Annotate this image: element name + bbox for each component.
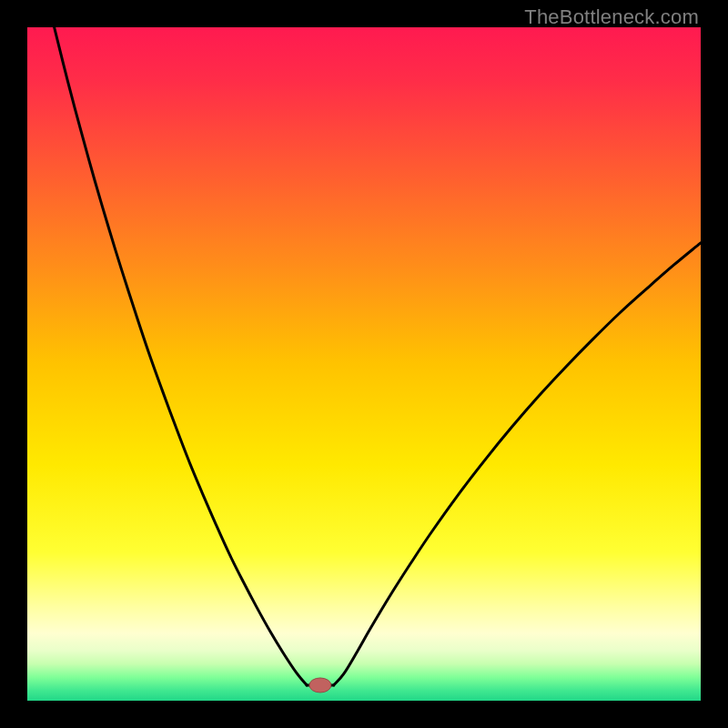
optimal-point-marker [309, 678, 331, 693]
bottleneck-curve-left [55, 27, 308, 685]
curve-layer [27, 27, 701, 701]
plot-area [27, 27, 701, 701]
bottleneck-curve-right [334, 243, 701, 685]
watermark-text: TheBottleneck.com [524, 5, 699, 29]
chart-frame: TheBottleneck.com [0, 0, 728, 728]
